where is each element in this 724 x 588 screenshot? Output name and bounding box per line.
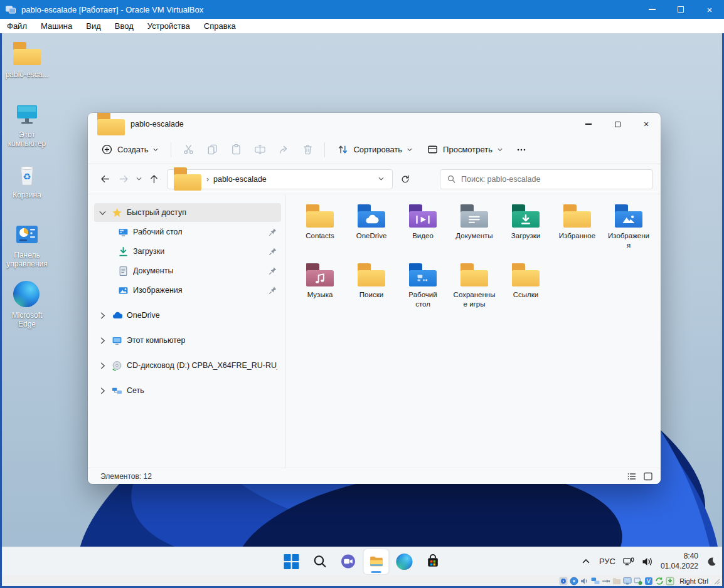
audio-icon[interactable] xyxy=(580,577,589,585)
nav-item-label: Быстрый доступ xyxy=(127,208,186,217)
nav-item-network[interactable]: Сеть xyxy=(94,381,281,400)
menu-input[interactable]: Ввод xyxy=(108,19,141,33)
explorer-close-button[interactable]: × xyxy=(632,113,661,135)
resize-grip[interactable] xyxy=(713,577,720,585)
search-input[interactable] xyxy=(461,175,646,184)
menu-devices[interactable]: Устройства xyxy=(141,19,197,33)
share-button[interactable] xyxy=(272,139,295,160)
recent-locations-button[interactable] xyxy=(133,170,144,189)
folder-icon xyxy=(511,204,540,228)
chevron-right-icon[interactable] xyxy=(98,336,107,345)
folder-item-favorites[interactable]: Избранное xyxy=(551,201,603,260)
nav-cd-icon xyxy=(112,360,122,371)
network-icon[interactable] xyxy=(623,557,634,567)
cut-button[interactable] xyxy=(176,139,200,160)
menu-help[interactable]: Справка xyxy=(197,19,243,33)
explorer-minimize-button[interactable] xyxy=(574,113,603,135)
explorer-maximize-button[interactable] xyxy=(603,113,632,135)
vbox-maximize-button[interactable] xyxy=(666,0,695,19)
tray-chevron-up-button[interactable] xyxy=(580,557,592,567)
back-button[interactable] xyxy=(95,170,114,189)
menu-view[interactable]: Вид xyxy=(79,19,108,33)
copy-button[interactable] xyxy=(200,139,224,160)
folder-item-searches[interactable]: Поиски xyxy=(346,260,397,319)
display-icon[interactable] xyxy=(623,577,632,585)
focus-assist-moon-icon[interactable] xyxy=(706,557,717,567)
folder-item-desktop[interactable]: Рабочий стол xyxy=(397,260,449,319)
address-bar[interactable]: › pablo-escalade xyxy=(167,169,393,189)
menu-file[interactable]: Файл xyxy=(0,19,34,33)
folder-item-video[interactable]: Видео xyxy=(397,201,449,260)
up-arrow-icon xyxy=(149,174,159,184)
nav-item-pictures[interactable]: Изображения xyxy=(94,281,281,300)
vbox-close-button[interactable]: × xyxy=(695,0,724,19)
nav-item-downloads[interactable]: Загрузки xyxy=(94,242,281,261)
usb-icon[interactable] xyxy=(602,577,610,585)
nav-item-quick-access[interactable]: Быстрый доступ xyxy=(94,203,281,222)
taskbar-store-button[interactable] xyxy=(420,549,445,574)
explorer-titlebar[interactable]: pablo-escalade × xyxy=(88,113,661,135)
shared-folders-icon[interactable] xyxy=(612,577,621,585)
vbox-minimize-button[interactable] xyxy=(637,0,666,19)
folder-item-onedrive[interactable]: OneDrive xyxy=(346,201,397,260)
features-icon[interactable] xyxy=(655,577,664,585)
nav-item-desktop[interactable]: Рабочий стол xyxy=(94,223,281,241)
vbox-titlebar[interactable]: pablo-escalade [Работает] - Oracle VM Vi… xyxy=(0,0,724,19)
recording-icon[interactable] xyxy=(634,577,642,585)
folder-item-downloads[interactable]: Загрузки xyxy=(500,201,551,260)
nav-item-documents[interactable]: Документы xyxy=(94,261,281,280)
explorer-window-title: pablo-escalade xyxy=(130,120,184,129)
optical-disc-icon[interactable] xyxy=(570,577,578,585)
mouse-integration-icon[interactable]: V xyxy=(644,577,653,585)
nav-item-onedrive[interactable]: OneDrive xyxy=(94,306,281,325)
network-icon[interactable] xyxy=(591,577,600,585)
nav-item-cd-drive[interactable]: CD-дисковод (D:) CPBA_X64FRE_RU-RU_DV9 xyxy=(94,356,281,375)
more-options-button[interactable] xyxy=(510,139,533,160)
folder-icon xyxy=(357,263,386,287)
paste-button[interactable] xyxy=(224,139,248,160)
desktop-icon-pablo-escalade-folder[interactable]: pablo-esca... xyxy=(3,37,51,96)
up-button[interactable] xyxy=(144,170,163,189)
large-icons-view-button[interactable] xyxy=(643,471,653,481)
taskbar-explorer-button[interactable] xyxy=(364,549,389,574)
menu-machine[interactable]: Машина xyxy=(34,19,79,33)
folder-item-contacts[interactable]: Contacts xyxy=(294,201,346,260)
address-dropdown-button[interactable] xyxy=(378,176,386,182)
star-icon xyxy=(112,207,122,218)
list-view-icon xyxy=(627,471,637,481)
chevron-down-icon[interactable] xyxy=(98,208,107,218)
forward-button[interactable] xyxy=(114,170,133,189)
desktop-icon-control-panel[interactable]: Панель управления xyxy=(3,218,51,276)
folder-item-links[interactable]: Ссылки xyxy=(500,260,551,319)
hdd-icon[interactable] xyxy=(559,577,568,585)
chevron-right-icon[interactable] xyxy=(98,386,107,396)
view-button[interactable]: Просмотреть xyxy=(420,139,510,160)
folder-item-pictures[interactable]: Изображения xyxy=(603,201,654,260)
delete-button[interactable] xyxy=(295,139,319,160)
rename-button[interactable] xyxy=(248,139,272,160)
volume-icon[interactable] xyxy=(642,557,653,567)
taskbar-edge-button[interactable] xyxy=(392,549,417,574)
folder-item-music[interactable]: Музыка xyxy=(294,260,346,319)
breadcrumb-path[interactable]: pablo-escalade xyxy=(213,175,267,184)
chevron-right-icon[interactable] xyxy=(98,361,107,370)
desktop-icon-this-pc[interactable]: Этот компьютер xyxy=(3,97,51,156)
taskbar-start-button[interactable] xyxy=(279,549,304,574)
new-button[interactable]: Создать xyxy=(94,139,166,160)
folder-item-documents[interactable]: Документы xyxy=(449,201,500,260)
explorer-body: Быстрый доступ Рабочий стол Загрузки Док… xyxy=(88,195,661,468)
list-view-button[interactable] xyxy=(627,471,637,481)
refresh-button[interactable] xyxy=(396,170,415,189)
search-field[interactable] xyxy=(440,169,653,189)
taskbar-search-button[interactable] xyxy=(307,549,333,574)
language-indicator[interactable]: РУС xyxy=(599,557,615,566)
desktop-icon-recycle-bin[interactable]: ♻ Корзина xyxy=(3,157,51,216)
desktop-icon-microsoft-edge[interactable]: Microsoft Edge xyxy=(3,278,51,337)
nav-item-this-pc[interactable]: Этот компьютер xyxy=(94,331,281,350)
sort-button[interactable]: Сортировать xyxy=(330,139,420,160)
clock[interactable]: 8:40 01.04.2022 xyxy=(661,552,698,571)
chevron-right-icon[interactable] xyxy=(98,311,107,320)
guest-additions-icon[interactable] xyxy=(666,577,674,585)
taskbar-chat-button[interactable] xyxy=(336,549,361,574)
folder-item-saved-games[interactable]: Сохраненные игры xyxy=(449,260,500,319)
